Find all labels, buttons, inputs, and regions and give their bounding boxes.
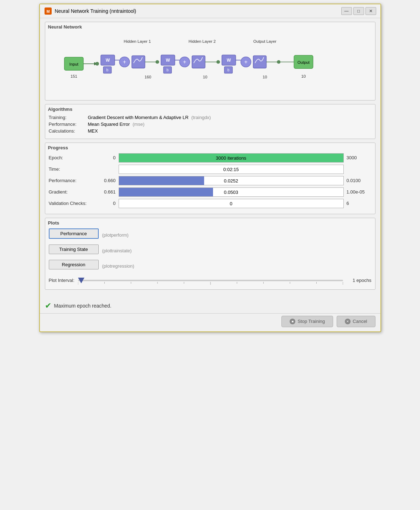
training-hint: (traingdx) [191,115,211,120]
training-label: Training: [49,115,88,120]
content-area: Neural Network Input 151 Hidden Layer 1 [40,18,380,298]
calculations-row: Calculations: MEX [49,128,372,134]
svg-text:M: M [46,9,50,14]
epoch-right: 3000 [347,155,372,160]
performance-label: Performance: [49,178,95,183]
gradient-left: 0.661 [98,189,116,195]
svg-text:Hidden Layer 2: Hidden Layer 2 [188,39,216,43]
progress-title: Progress [48,145,372,150]
valcheck-right: 6 [347,201,372,206]
svg-text:b: b [227,68,229,72]
performance-bar-container: 0.0252 [119,176,344,185]
gradient-label: Gradient: [49,189,95,195]
svg-text:Output: Output [297,60,310,65]
svg-text:b: b [106,68,108,72]
svg-text:+: + [244,58,248,65]
epoch-bar-container: 3000 iterations [119,153,344,163]
svg-text:151: 151 [70,74,77,78]
performance-plot-hint: (plotperform) [102,232,129,238]
regression-plot-row: Regression (plotregression) [49,260,372,272]
valcheck-bar-container: 0 [119,199,344,208]
trainstate-plot-button[interactable]: Training State [49,244,99,254]
status-message: Maximum epoch reached. [54,303,112,309]
performance-bar-text: 0.0252 [119,178,343,183]
stop-icon: ■ [290,319,295,324]
window-title: Neural Network Training (nntraintool) [55,8,136,14]
slider-ticks-svg [78,282,343,289]
nn-diagram-svg: Input 151 Hidden Layer 1 W b [53,35,367,93]
epoch-bar-text: 3000 iterations [119,155,343,160]
stop-training-button[interactable]: ■ Stop Training [281,316,333,327]
maximize-button[interactable]: □ [353,7,364,15]
svg-rect-27 [192,56,205,68]
calculations-label: Calculations: [49,128,88,134]
algorithms-title: Algorithms [48,107,372,112]
svg-rect-15 [132,56,145,68]
gradient-bar-text: 0.0503 [119,189,343,195]
stop-training-label: Stop Training [297,319,325,324]
interval-label: Plot Interval: [49,278,74,283]
status-bar: ✔ Maximum epoch reached. [40,298,380,313]
title-bar-buttons: — □ ✕ [341,7,376,15]
gradient-right: 1.00e-05 [347,189,372,195]
svg-text:Input: Input [69,62,78,66]
performance-algo-row: Performance: Mean Squared Error (mse) [49,122,372,127]
time-bar-container: 0:02:15 [119,165,344,174]
calculations-value: MEX [88,128,98,134]
valcheck-label: Validation Checks: [49,201,95,206]
epoch-left: 0 [98,155,116,160]
trainstate-plot-row: Training State (plottrainstate) [49,244,372,257]
time-bar-bg: 0:02:15 [119,165,344,174]
regression-plot-button[interactable]: Regression [49,260,99,269]
training-value: Gradient Descent with Momentum & Adaptiv… [88,115,189,120]
minimize-button[interactable]: — [341,7,352,15]
gradient-bar-bg: 0.0503 [119,187,344,197]
svg-text:b: b [166,68,168,72]
svg-text:+: + [123,58,126,65]
performance-algo-label: Performance: [49,122,88,127]
interval-value: 1 epochs [347,278,372,283]
progress-section: Progress Epoch: 0 3000 iterations 3000 T… [45,143,375,214]
title-bar: M Neural Network Training (nntraintool) … [40,4,380,18]
cancel-icon: ✕ [345,319,351,324]
regression-plot-hint: (plotregression) [102,263,134,269]
svg-text:160: 160 [144,75,151,79]
performance-row: Performance: 0.660 0.0252 0.0100 [49,176,372,185]
close-button[interactable]: ✕ [365,7,376,15]
performance-bar-bg: 0.0252 [119,176,344,185]
slider-container [78,275,343,286]
valcheck-left: 0 [98,201,116,206]
performance-plot-button[interactable]: Performance [49,228,99,239]
svg-text:Hidden Layer 1: Hidden Layer 1 [124,39,151,43]
algorithms-section: Algorithms Training: Gradient Descent wi… [45,104,375,139]
valcheck-bar-bg: 0 [119,199,344,208]
svg-text:W: W [227,58,231,63]
svg-text:10: 10 [301,74,306,78]
valcheck-row: Validation Checks: 0 0 6 [49,199,372,208]
gradient-row: Gradient: 0.661 0.0503 1.00e-05 [49,187,372,197]
svg-point-6 [95,62,99,66]
valcheck-value: 0 [119,201,343,206]
trainstate-plot-hint: (plottrainstate) [102,248,132,253]
performance-right: 0.0100 [347,178,372,183]
svg-text:W: W [105,58,110,63]
cancel-button[interactable]: ✕ Cancel [337,316,375,327]
svg-text:W: W [166,58,170,63]
svg-text:+: + [183,58,186,65]
svg-point-30 [216,60,220,64]
svg-rect-39 [253,56,266,68]
matlab-icon: M [44,7,52,15]
epoch-row: Epoch: 0 3000 iterations 3000 [49,153,372,163]
neural-network-section: Neural Network Input 151 Hidden Layer 1 [45,22,375,101]
time-label: Time: [49,166,95,172]
input-group: Input 151 [64,57,83,78]
check-icon: ✔ [45,301,51,310]
performance-plot-row: Performance (plotperform) [49,228,372,242]
title-bar-left: M Neural Network Training (nntraintool) [44,7,136,15]
performance-left: 0.660 [98,178,116,183]
time-row: Time: 0:02:15 [49,165,372,174]
nn-diagram: Input 151 Hidden Layer 1 W b [49,32,372,97]
training-row: Training: Gradient Descent with Momentum… [49,115,372,120]
performance-algo-value: Mean Squared Error [88,122,130,127]
svg-point-18 [155,60,159,64]
